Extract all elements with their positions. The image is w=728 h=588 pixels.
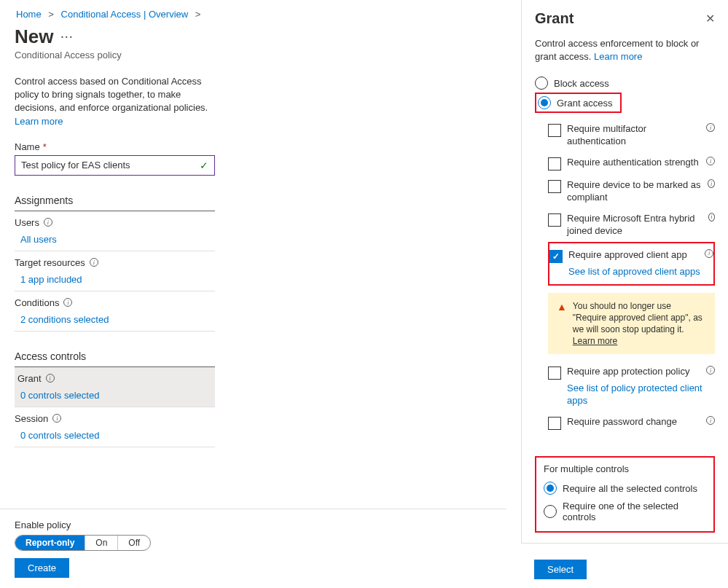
assignments-header: Assignments xyxy=(15,195,215,211)
page-title: New ··· xyxy=(15,26,506,48)
info-icon[interactable]: i xyxy=(44,218,52,227)
require-all-radio[interactable]: Require all the selected controls xyxy=(544,479,706,498)
require-password-change[interactable]: Require password changei xyxy=(548,412,715,434)
page-subtitle: Conditional Access policy xyxy=(15,50,506,60)
checkmark-icon: ✓ xyxy=(200,160,208,171)
breadcrumb: Home > Conditional Access | Overview > xyxy=(15,9,506,20)
require-one-radio[interactable]: Require one of the selected controls xyxy=(544,498,706,525)
conditions-row[interactable]: Conditionsi xyxy=(15,291,215,311)
pill-off[interactable]: Off xyxy=(118,536,150,550)
conditions-value[interactable]: 2 conditions selected xyxy=(15,311,215,332)
access-controls-header: Access controls xyxy=(15,350,215,367)
require-app-protection[interactable]: Require app protection policyi xyxy=(548,361,715,384)
warning-learn-more[interactable]: Learn more xyxy=(573,336,617,346)
info-icon[interactable]: i xyxy=(706,416,715,425)
more-icon[interactable]: ··· xyxy=(60,31,74,43)
intro-text: Control access based on Conditional Acce… xyxy=(15,75,215,128)
breadcrumb-conditional-access[interactable]: Conditional Access | Overview xyxy=(61,9,189,20)
for-multiple-title: For multiple controls xyxy=(544,463,706,474)
info-icon[interactable]: i xyxy=(46,374,55,383)
require-compliant[interactable]: Require device to be marked as compliant… xyxy=(548,175,715,208)
info-icon[interactable]: i xyxy=(708,179,715,188)
learn-more-link[interactable]: Learn more xyxy=(15,116,63,127)
grant-learn-more[interactable]: Learn more xyxy=(594,51,642,62)
warning-icon: ▲ xyxy=(557,300,567,348)
pill-on[interactable]: On xyxy=(85,536,118,550)
require-hybrid-joined[interactable]: Require Microsoft Entra hybrid joined de… xyxy=(548,208,715,242)
close-icon[interactable]: ✕ xyxy=(705,12,715,26)
grant-row[interactable]: Granti xyxy=(15,367,215,387)
users-row[interactable]: Usersi xyxy=(15,211,215,231)
create-button[interactable]: Create xyxy=(15,558,69,578)
select-button[interactable]: Select xyxy=(534,560,587,579)
users-value[interactable]: All users xyxy=(15,231,215,251)
name-input[interactable]: Test policy for EAS clients ✓ xyxy=(15,155,215,176)
info-icon[interactable]: i xyxy=(63,298,72,307)
require-auth-strength[interactable]: Require authentication strengthi xyxy=(548,152,715,175)
pill-report-only[interactable]: Report-only xyxy=(15,536,85,550)
name-label: Name* xyxy=(15,141,506,152)
require-approved-client-app[interactable]: Require approved client appi xyxy=(549,245,713,267)
grant-panel-title: Grant xyxy=(535,10,574,27)
require-mfa[interactable]: Require multifactor authenticationi xyxy=(548,119,715,152)
warning-box: ▲ You should no longer use "Require appr… xyxy=(548,293,715,355)
info-icon[interactable]: i xyxy=(52,414,61,423)
approved-apps-link[interactable]: See list of approved client apps xyxy=(568,266,713,278)
info-icon[interactable]: i xyxy=(706,366,715,375)
session-value[interactable]: 0 controls selected xyxy=(15,427,215,447)
protection-link[interactable]: See list of policy protected client apps xyxy=(567,383,715,407)
enable-policy-label: Enable policy xyxy=(15,520,492,530)
target-resources-row[interactable]: Target resourcesi xyxy=(15,251,215,271)
info-icon[interactable]: i xyxy=(705,249,713,258)
info-icon[interactable]: i xyxy=(706,157,715,165)
session-row[interactable]: Sessioni xyxy=(15,407,215,427)
enable-policy-toggle[interactable]: Report-only On Off xyxy=(15,535,151,551)
info-icon[interactable]: i xyxy=(90,258,98,267)
target-resources-value[interactable]: 1 app included xyxy=(15,271,215,291)
grant-value[interactable]: 0 controls selected xyxy=(15,387,215,407)
breadcrumb-home[interactable]: Home xyxy=(16,9,42,20)
grant-access-radio[interactable]: Grant access xyxy=(538,95,619,111)
info-icon[interactable]: i xyxy=(708,213,715,222)
info-icon[interactable]: i xyxy=(706,123,715,132)
block-access-radio[interactable]: Block access xyxy=(535,74,715,93)
grant-intro: Control access enforcement to block or g… xyxy=(535,37,715,63)
